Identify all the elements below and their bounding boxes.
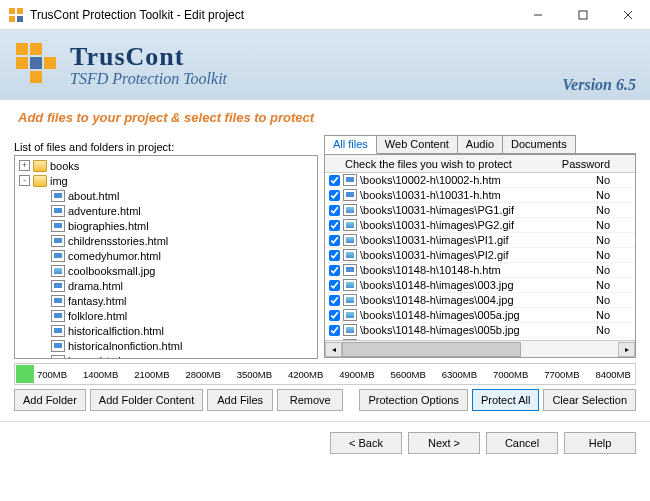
clear-selection-button[interactable]: Clear Selection	[543, 389, 636, 411]
collapse-icon[interactable]: -	[19, 175, 30, 186]
tree-row[interactable]: fantasy.html	[15, 293, 317, 308]
cancel-button[interactable]: Cancel	[486, 432, 558, 454]
file-icon	[51, 265, 65, 277]
tree-row[interactable]: comedyhumor.html	[15, 248, 317, 263]
tree-row[interactable]: -img	[15, 173, 317, 188]
tree-row[interactable]: historicalnonfiction.html	[15, 338, 317, 353]
tree-label: folklore.html	[68, 310, 127, 322]
ruler-tick: 2100MB	[134, 369, 169, 380]
tree-row[interactable]: coolbooksmall.jpg	[15, 263, 317, 278]
protect-checkbox[interactable]	[329, 250, 340, 261]
tree-row[interactable]: childrensstories.html	[15, 233, 317, 248]
logo-icon	[14, 41, 62, 89]
svg-rect-13	[30, 71, 42, 83]
protect-checkbox[interactable]	[329, 280, 340, 291]
grid-row[interactable]: \books\10148-h\images\005a.jpgNo	[325, 308, 635, 323]
tab-all-files[interactable]: All files	[324, 135, 377, 154]
file-icon	[51, 310, 65, 322]
add-folder-button[interactable]: Add Folder	[14, 389, 86, 411]
tree-label: adventure.html	[68, 205, 141, 217]
grid-row[interactable]: \books\10031-h\10031-h.htmNo	[325, 188, 635, 203]
svg-rect-3	[17, 16, 23, 22]
file-icon	[343, 234, 357, 246]
protect-checkbox[interactable]	[329, 205, 340, 216]
tree-label: comedyhumor.html	[68, 250, 161, 262]
file-path: \books\10031-h\images\PI1.gif	[360, 234, 571, 246]
tree-label: fantasy.html	[68, 295, 127, 307]
remove-button[interactable]: Remove	[277, 389, 343, 411]
tab-web-content[interactable]: Web Content	[376, 135, 458, 153]
ruler-tick: 4900MB	[339, 369, 374, 380]
tree-row[interactable]: +books	[15, 158, 317, 173]
tree-label: books	[50, 160, 79, 172]
svg-rect-1	[17, 8, 23, 14]
file-icon	[51, 190, 65, 202]
file-path: \books\10031-h\images\PG1.gif	[360, 204, 571, 216]
app-icon	[8, 7, 24, 23]
protect-checkbox[interactable]	[329, 295, 340, 306]
maximize-button[interactable]	[560, 0, 605, 30]
protect-checkbox[interactable]	[329, 235, 340, 246]
back-button[interactable]: < Back	[330, 432, 402, 454]
grid-row[interactable]: \books\10031-h\images\PI1.gifNo	[325, 233, 635, 248]
grid-row[interactable]: \books\10148-h\images\005b.jpgNo	[325, 323, 635, 338]
file-icon	[51, 220, 65, 232]
file-icon	[343, 309, 357, 321]
left-pane-label: List of files and folders in project:	[14, 135, 318, 153]
tree-row[interactable]: horror.html	[15, 353, 317, 359]
protect-checkbox[interactable]	[329, 175, 340, 186]
scroll-right-icon[interactable]: ▸	[618, 342, 635, 357]
grid-row[interactable]: \books\10031-h\images\PG1.gifNo	[325, 203, 635, 218]
grid-row[interactable]: \books\10148-h\10148-h.htmNo	[325, 263, 635, 278]
file-icon	[343, 339, 357, 340]
grid-row[interactable]: \books\10148-h\images\003.jpgNo	[325, 278, 635, 293]
tree-spacer	[37, 325, 48, 336]
tree-row[interactable]: folklore.html	[15, 308, 317, 323]
password-cell: No	[571, 174, 635, 186]
password-cell: No	[571, 264, 635, 276]
tree-row[interactable]: about.html	[15, 188, 317, 203]
next-button[interactable]: Next >	[408, 432, 480, 454]
tree-row[interactable]: historicalfiction.html	[15, 323, 317, 338]
grid-row[interactable]: \books\10002-h\10002-h.htmNo	[325, 173, 635, 188]
file-path: \books\10148-h\images\004.jpg	[360, 294, 571, 306]
grid-row[interactable]: \books\10031-h\images\PI2.gifNo	[325, 248, 635, 263]
tab-audio[interactable]: Audio	[457, 135, 503, 153]
protect-checkbox[interactable]	[329, 220, 340, 231]
file-grid: Check the files you wish to protect Pass…	[324, 154, 636, 358]
expand-icon[interactable]: +	[19, 160, 30, 171]
grid-row[interactable]: \books\10031-h\images\PG2.gifNo	[325, 218, 635, 233]
version-label: Version 6.5	[562, 76, 636, 94]
tree-row[interactable]: biographies.html	[15, 218, 317, 233]
tree-spacer	[37, 220, 48, 231]
protect-all-button[interactable]: Protect All	[472, 389, 540, 411]
minimize-button[interactable]	[515, 0, 560, 30]
add-files-button[interactable]: Add Files	[207, 389, 273, 411]
help-button[interactable]: Help	[564, 432, 636, 454]
tab-documents[interactable]: Documents	[502, 135, 576, 153]
add-folder-content-button[interactable]: Add Folder Content	[90, 389, 203, 411]
svg-rect-9	[30, 43, 42, 55]
file-icon	[51, 325, 65, 337]
protect-checkbox[interactable]	[329, 310, 340, 321]
tree-row[interactable]: adventure.html	[15, 203, 317, 218]
file-icon	[343, 264, 357, 276]
protect-checkbox[interactable]	[329, 265, 340, 276]
grid-row[interactable]: \books\10148-h\images\004.jpgNo	[325, 293, 635, 308]
grid-body[interactable]: \books\10002-h\10002-h.htmNo\books\10031…	[325, 173, 635, 340]
tree-label: horror.html	[68, 355, 121, 360]
scroll-left-icon[interactable]: ◂	[325, 342, 342, 357]
protect-checkbox[interactable]	[329, 325, 340, 336]
protect-checkbox[interactable]	[329, 190, 340, 201]
ruler-tick: 8400MB	[595, 369, 630, 380]
protection-options-button[interactable]: Protection Options	[359, 389, 468, 411]
close-button[interactable]	[605, 0, 650, 30]
project-tree[interactable]: +books-imgabout.htmladventure.htmlbiogra…	[14, 155, 318, 359]
tree-row[interactable]: drama.html	[15, 278, 317, 293]
size-ruler: 700MB1400MB2100MB2800MB3500MB4200MB4900M…	[14, 363, 636, 385]
grid-hscroll[interactable]: ◂ ▸	[325, 340, 635, 357]
password-cell: No	[571, 189, 635, 201]
tree-label: img	[50, 175, 68, 187]
ruler-tick: 3500MB	[237, 369, 272, 380]
banner: TrusCont TSFD Protection Toolkit Version…	[0, 30, 650, 100]
